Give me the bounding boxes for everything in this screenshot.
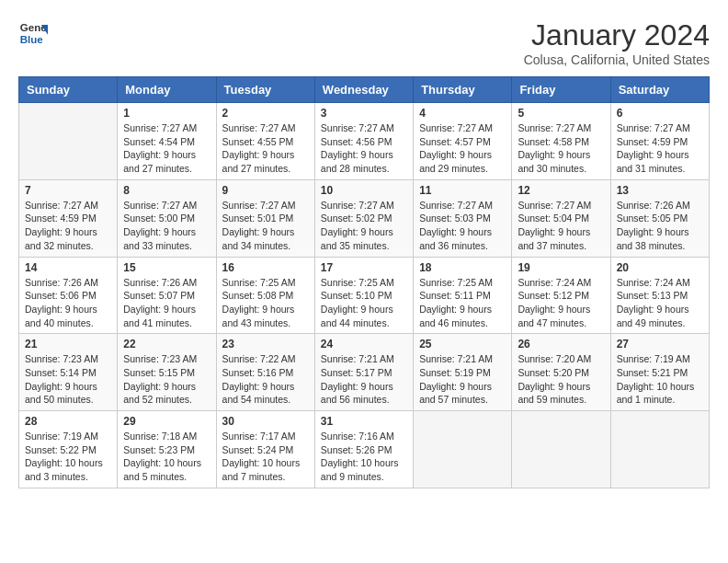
day-info: Sunrise: 7:24 AMSunset: 5:12 PMDaylight:… [518, 276, 604, 330]
day-info: Sunrise: 7:22 AMSunset: 5:16 PMDaylight:… [222, 352, 309, 407]
day-number: 28 [25, 415, 111, 428]
weekday-header-cell: Saturday [610, 77, 709, 103]
weekday-header-cell: Friday [512, 77, 610, 103]
calendar-day-cell: 14Sunrise: 7:26 AMSunset: 5:06 PMDayligh… [19, 257, 118, 334]
calendar-day-cell: 30Sunrise: 7:17 AMSunset: 5:24 PMDayligh… [216, 411, 314, 488]
day-info: Sunrise: 7:27 AMSunset: 5:03 PMDaylight:… [419, 199, 506, 253]
calendar-day-cell: 4Sunrise: 7:27 AMSunset: 4:57 PMDaylight… [414, 103, 512, 180]
calendar-day-cell: 12Sunrise: 7:27 AMSunset: 5:04 PMDayligh… [512, 179, 610, 257]
day-info: Sunrise: 7:27 AMSunset: 4:57 PMDaylight:… [419, 121, 506, 176]
day-number: 9 [222, 184, 309, 197]
day-info: Sunrise: 7:18 AMSunset: 5:23 PMDaylight:… [123, 430, 210, 484]
calendar-day-cell: 29Sunrise: 7:18 AMSunset: 5:23 PMDayligh… [118, 411, 216, 488]
calendar-day-cell [414, 411, 512, 488]
day-info: Sunrise: 7:27 AMSunset: 5:02 PMDaylight:… [321, 199, 407, 253]
day-info: Sunrise: 7:20 AMSunset: 5:20 PMDaylight:… [518, 352, 604, 407]
calendar-day-cell: 11Sunrise: 7:27 AMSunset: 5:03 PMDayligh… [414, 179, 512, 257]
svg-text:Blue: Blue [20, 34, 44, 45]
day-number: 16 [222, 261, 309, 274]
day-number: 30 [222, 415, 309, 428]
calendar-day-cell: 22Sunrise: 7:23 AMSunset: 5:15 PMDayligh… [118, 334, 216, 411]
calendar-day-cell: 7Sunrise: 7:27 AMSunset: 4:59 PMDaylight… [19, 179, 118, 257]
calendar-day-cell: 10Sunrise: 7:27 AMSunset: 5:02 PMDayligh… [314, 179, 413, 257]
calendar-day-cell: 5Sunrise: 7:27 AMSunset: 4:58 PMDaylight… [512, 103, 610, 180]
day-info: Sunrise: 7:27 AMSunset: 5:01 PMDaylight:… [222, 199, 309, 253]
calendar-week-row: 7Sunrise: 7:27 AMSunset: 4:59 PMDaylight… [19, 179, 710, 257]
calendar-day-cell: 6Sunrise: 7:27 AMSunset: 4:59 PMDaylight… [610, 103, 709, 180]
day-info: Sunrise: 7:17 AMSunset: 5:24 PMDaylight:… [222, 430, 309, 484]
logo-icon: General Blue [18, 18, 48, 48]
day-info: Sunrise: 7:27 AMSunset: 4:58 PMDaylight:… [518, 121, 604, 176]
day-info: Sunrise: 7:23 AMSunset: 5:15 PMDaylight:… [123, 352, 210, 407]
calendar-day-cell: 1Sunrise: 7:27 AMSunset: 4:54 PMDaylight… [118, 103, 216, 180]
calendar-week-row: 1Sunrise: 7:27 AMSunset: 4:54 PMDaylight… [19, 103, 710, 180]
calendar-day-cell: 23Sunrise: 7:22 AMSunset: 5:16 PMDayligh… [216, 334, 314, 411]
day-info: Sunrise: 7:19 AMSunset: 5:21 PMDaylight:… [617, 352, 703, 407]
page-header: General Blue January 2024 Colusa, Califo… [18, 18, 710, 67]
calendar-day-cell: 8Sunrise: 7:27 AMSunset: 5:00 PMDaylight… [118, 179, 216, 257]
day-info: Sunrise: 7:27 AMSunset: 4:59 PMDaylight:… [617, 121, 703, 176]
day-number: 5 [518, 107, 604, 120]
day-number: 10 [321, 184, 407, 197]
calendar-day-cell: 24Sunrise: 7:21 AMSunset: 5:17 PMDayligh… [314, 334, 413, 411]
day-info: Sunrise: 7:27 AMSunset: 4:54 PMDaylight:… [123, 121, 210, 176]
day-info: Sunrise: 7:24 AMSunset: 5:13 PMDaylight:… [617, 276, 703, 330]
day-info: Sunrise: 7:27 AMSunset: 4:55 PMDaylight:… [222, 121, 309, 176]
calendar-day-cell: 31Sunrise: 7:16 AMSunset: 5:26 PMDayligh… [314, 411, 413, 488]
calendar-day-cell: 26Sunrise: 7:20 AMSunset: 5:20 PMDayligh… [512, 334, 610, 411]
day-number: 14 [25, 261, 111, 274]
calendar-day-cell: 15Sunrise: 7:26 AMSunset: 5:07 PMDayligh… [118, 257, 216, 334]
weekday-header-cell: Monday [118, 77, 216, 103]
calendar-week-row: 21Sunrise: 7:23 AMSunset: 5:14 PMDayligh… [19, 334, 710, 411]
day-number: 7 [25, 184, 111, 197]
calendar-week-row: 28Sunrise: 7:19 AMSunset: 5:22 PMDayligh… [19, 411, 710, 488]
day-number: 3 [321, 107, 407, 120]
day-number: 2 [222, 107, 309, 120]
day-info: Sunrise: 7:27 AMSunset: 5:04 PMDaylight:… [518, 199, 604, 253]
day-info: Sunrise: 7:21 AMSunset: 5:19 PMDaylight:… [419, 352, 506, 407]
day-number: 18 [419, 261, 506, 274]
day-number: 23 [222, 338, 309, 350]
calendar-day-cell: 27Sunrise: 7:19 AMSunset: 5:21 PMDayligh… [610, 334, 709, 411]
calendar-day-cell: 18Sunrise: 7:25 AMSunset: 5:11 PMDayligh… [414, 257, 512, 334]
day-number: 15 [123, 261, 210, 274]
day-number: 19 [518, 261, 604, 274]
calendar-day-cell [19, 103, 118, 180]
calendar-week-row: 14Sunrise: 7:26 AMSunset: 5:06 PMDayligh… [19, 257, 710, 334]
calendar-day-cell: 2Sunrise: 7:27 AMSunset: 4:55 PMDaylight… [216, 103, 314, 180]
title-area: January 2024 Colusa, California, United … [524, 18, 710, 67]
day-info: Sunrise: 7:16 AMSunset: 5:26 PMDaylight:… [321, 430, 407, 484]
weekday-header-cell: Sunday [19, 77, 118, 103]
day-number: 29 [123, 415, 210, 428]
day-info: Sunrise: 7:26 AMSunset: 5:05 PMDaylight:… [617, 199, 703, 253]
day-info: Sunrise: 7:26 AMSunset: 5:07 PMDaylight:… [123, 276, 210, 330]
day-number: 27 [617, 338, 703, 350]
calendar-day-cell: 16Sunrise: 7:25 AMSunset: 5:08 PMDayligh… [216, 257, 314, 334]
weekday-header-cell: Tuesday [216, 77, 314, 103]
day-number: 26 [518, 338, 604, 350]
calendar-day-cell [610, 411, 709, 488]
day-info: Sunrise: 7:27 AMSunset: 4:56 PMDaylight:… [321, 121, 407, 176]
day-info: Sunrise: 7:26 AMSunset: 5:06 PMDaylight:… [25, 276, 111, 330]
month-title: January 2024 [524, 18, 710, 52]
calendar-day-cell [512, 411, 610, 488]
day-info: Sunrise: 7:27 AMSunset: 4:59 PMDaylight:… [25, 199, 111, 253]
weekday-header-cell: Wednesday [314, 77, 413, 103]
day-info: Sunrise: 7:27 AMSunset: 5:00 PMDaylight:… [123, 199, 210, 253]
calendar-day-cell: 28Sunrise: 7:19 AMSunset: 5:22 PMDayligh… [19, 411, 118, 488]
day-number: 21 [25, 338, 111, 350]
day-number: 31 [321, 415, 407, 428]
weekday-header-row: SundayMondayTuesdayWednesdayThursdayFrid… [19, 77, 710, 103]
day-info: Sunrise: 7:21 AMSunset: 5:17 PMDaylight:… [321, 352, 407, 407]
day-number: 11 [419, 184, 506, 197]
calendar-day-cell: 3Sunrise: 7:27 AMSunset: 4:56 PMDaylight… [314, 103, 413, 180]
day-info: Sunrise: 7:23 AMSunset: 5:14 PMDaylight:… [25, 352, 111, 407]
weekday-header-cell: Thursday [414, 77, 512, 103]
logo: General Blue [18, 18, 48, 48]
day-number: 8 [123, 184, 210, 197]
day-number: 24 [321, 338, 407, 350]
calendar-day-cell: 25Sunrise: 7:21 AMSunset: 5:19 PMDayligh… [414, 334, 512, 411]
calendar-day-cell: 19Sunrise: 7:24 AMSunset: 5:12 PMDayligh… [512, 257, 610, 334]
calendar-body: 1Sunrise: 7:27 AMSunset: 4:54 PMDaylight… [19, 103, 710, 488]
day-number: 22 [123, 338, 210, 350]
